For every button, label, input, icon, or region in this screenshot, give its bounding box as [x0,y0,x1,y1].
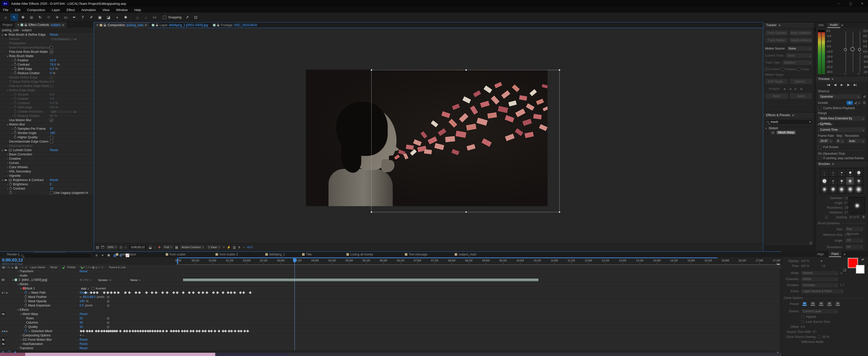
time-ruler[interactable]: 0:00f 00:15f 01:00f 01:15f [176,258,779,264]
timeline-row[interactable]: ◀▶ fx ∨ Effects ⚲╱fx⊹ [0,308,779,312]
share-icon[interactable]: ⎗ [863,101,866,105]
brush-prop-value[interactable]: 0 ° [845,201,848,205]
stopwatch-icon[interactable] [14,98,17,100]
effect-property-row[interactable]: › fx Basic Correction [0,152,93,156]
property-value[interactable]: 0.0 [50,67,54,71]
always-preview-icon[interactable]: ▤ [96,245,99,249]
property-value[interactable]: 30 [80,321,83,325]
tool-button[interactable]: ✱ [122,14,129,21]
twirl-icon[interactable]: › [10,127,13,131]
mode-column[interactable]: Mode [50,266,57,269]
layer-switches[interactable]: ⚲╱fx⊹ [80,278,93,282]
effect-property-row[interactable]: › fx Shift Edge 0.0 % [0,105,93,110]
effect-property-row[interactable]: › fx Brightness 5 [0,182,93,186]
twirl-icon[interactable]: › [10,97,13,101]
stopwatch-icon[interactable] [14,110,17,113]
brush-prop-value[interactable]: 25 % [849,215,856,219]
track-type-select[interactable]: Stabilize [782,60,812,65]
timeline-search-input[interactable] [20,253,91,258]
property-value[interactable]: Reset [80,269,87,274]
effect-property-row[interactable]: › fx Propagation [0,41,93,45]
effect-property-row[interactable]: › fx Curves [0,161,93,165]
property-value[interactable]: Reset [80,346,87,351]
property-checkbox[interactable] [50,191,53,194]
keyframe-navigator[interactable]: ◀◆▶ [1,329,8,333]
stopwatch-icon[interactable] [9,80,12,83]
effect-item-mesh-warp[interactable]: Mesh Warp [777,131,796,134]
twirl-icon[interactable]: ∨ [11,278,14,282]
audio-slider-right[interactable] [860,31,860,72]
fx-icon[interactable]: fx [1,337,5,342]
effect-property-row[interactable]: ∨ fx Roto Brush & Refine Edge Reset [0,33,93,37]
effect-property-row[interactable]: fx Use Motion Blur [0,118,93,122]
brush-preset[interactable]: 3 [829,169,837,177]
snapshot-icon[interactable]: ⬓ [149,245,152,249]
erase-select[interactable]: Layer Source & Paint [801,289,844,294]
effects-search-input[interactable]: mesh × [765,119,813,125]
close-tab-icon[interactable]: × [96,23,98,27]
fx-icon[interactable]: fx [4,33,7,37]
property-value[interactable]: 10 [80,325,83,329]
property-value[interactable]: 0.0 [50,97,54,101]
stopwatch-icon[interactable] [24,326,27,328]
menu-item[interactable]: Edit [15,8,21,12]
property-value[interactable]: 0.0 [80,304,84,308]
expression-pickwhip-icon[interactable]: @ [107,316,110,321]
effect-property-row[interactable]: › fx Creative [0,156,93,161]
twirl-icon[interactable]: ∨ [17,282,20,286]
layer-duration-bar[interactable] [183,278,539,282]
brush-preset[interactable]: 5 [837,169,846,177]
effect-property-row[interactable]: › fx Contrast 0.0 % [0,101,93,105]
twirl-icon[interactable]: › [6,144,9,148]
brush-preset[interactable]: 35 [837,185,846,193]
expression-pickwhip-icon[interactable]: @ [107,325,110,329]
menu-item[interactable]: Effect [66,8,75,12]
twirl-icon[interactable]: › [10,93,13,97]
timeline-tab[interactable]: billsflying_1 [263,252,287,257]
stopwatch-icon[interactable] [9,191,12,194]
pixel-aspect-icon[interactable]: ⌗ [223,245,224,249]
twirl-icon[interactable]: ∨ [6,54,9,58]
panel-menu-icon[interactable]: ≡ [145,23,147,27]
brush-preset[interactable]: 45 [846,185,855,193]
tab-paint[interactable]: Paint [829,251,841,257]
property-checkbox[interactable] [50,50,53,54]
twirl-icon[interactable]: › [10,114,13,118]
include-audio-muted-icon[interactable]: ◁̸ [855,101,857,105]
viewer-tab[interactable]: Layer billsflying_1.[0001-0300].jpg [149,22,211,28]
expression-pickwhip-icon[interactable]: @ [107,295,110,299]
stopwatch-icon[interactable] [14,93,17,96]
effect-property-row[interactable]: › fx Vignette [0,174,93,178]
zoom-select[interactable]: 50% [106,245,118,249]
flowchart-icon[interactable]: ⋔ [238,245,241,249]
tool-button[interactable]: ↖ [10,14,18,21]
property-checkbox[interactable] [50,76,53,79]
aligned-checkbox[interactable] [801,315,804,318]
stopwatch-icon[interactable] [14,106,17,109]
panel-resize-icon[interactable]: ◱ [809,241,812,245]
analyze-step-button[interactable]: ▶ [795,87,797,90]
axis-mode-icon[interactable]: ◬ [134,14,141,21]
overlay-checkbox[interactable] [818,335,821,339]
rotation-checkbox[interactable] [781,67,784,71]
effect-property-row[interactable]: › fx Feather 0.0 [0,97,93,101]
tracker-button[interactable]: Track Camera [765,30,788,36]
mask-mode-select[interactable]: Add [80,287,90,290]
lock-source-time-checkbox[interactable] [801,320,804,323]
show-snapshot-icon[interactable]: ◌ [154,245,156,249]
property-checkbox[interactable] [50,119,53,122]
timeline-row[interactable]: ◀▶ fx Mask Opacity ⚲╱fx⊹ [0,299,779,304]
fx-icon[interactable]: fx [1,312,5,316]
panel-menu-icon[interactable]: ≡ [62,23,64,27]
tracker-button[interactable]: Warp Stabilizer [789,30,813,36]
brush-preset[interactable]: 65 [855,185,863,193]
transparency-grid-icon[interactable]: ▦ [175,245,178,249]
tab-info[interactable]: Info [816,22,826,28]
timeline-row[interactable]: ◀▶ fx Quality ⚲╱fx⊹ [0,325,779,329]
layer-name-column[interactable]: Layer Name [30,266,45,269]
viewer-timecode[interactable]: 0;00;03;12 [129,245,147,249]
timeline-tab[interactable]: subject_main [453,252,478,257]
twirl-icon[interactable]: ∨ [1,33,4,37]
viewer-tab[interactable]: × Composition puking_side ≡ [94,22,149,28]
current-track-select[interactable]: None [785,53,812,58]
